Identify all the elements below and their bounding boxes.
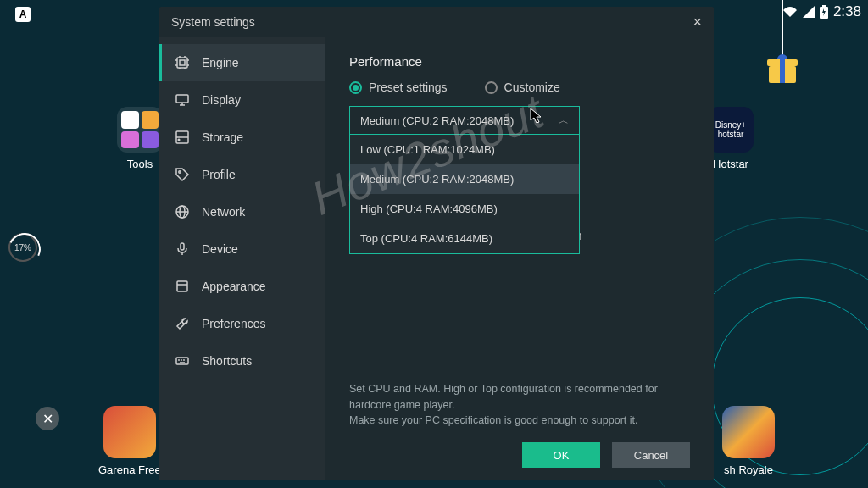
sidebar-item-preferences[interactable]: Preferences — [159, 305, 326, 342]
dialog-header: System settings × — [159, 7, 714, 37]
tag-icon — [175, 167, 190, 182]
drive-icon — [175, 130, 190, 145]
sidebar-item-device[interactable]: Device — [159, 230, 326, 268]
wrench-icon — [175, 316, 190, 331]
desktop-icon-label: Hotstar — [713, 158, 748, 170]
radio-label: Customize — [504, 80, 560, 94]
svg-point-17 — [178, 139, 180, 141]
cellular-icon — [803, 6, 815, 18]
radio-customize[interactable]: Customize — [485, 80, 560, 94]
wifi-icon — [782, 6, 798, 18]
section-title: Performance — [349, 54, 690, 69]
radio-preset-settings[interactable]: Preset settings — [349, 80, 448, 94]
sidebar-item-label: Shortcuts — [202, 354, 252, 368]
status-bar: 2:38 — [782, 3, 861, 20]
sidebar-item-label: Engine — [202, 56, 239, 69]
square-icon — [175, 279, 190, 294]
dropdown-selected-value: Medium (CPU:2 RAM:2048MB) — [360, 114, 514, 127]
sidebar-item-label: Network — [202, 205, 245, 219]
dropdown-option-high[interactable]: High (CPU:4 RAM:4096MB) — [350, 194, 579, 224]
sidebar-item-label: Profile — [202, 168, 236, 181]
hotstar-icon: Disney+hotstar — [708, 107, 754, 152]
sidebar-item-label: Storage — [202, 130, 243, 144]
sidebar-item-engine[interactable]: Engine — [159, 44, 326, 81]
app-logo-icon: A — [15, 7, 31, 22]
clock-text: 2:38 — [833, 3, 861, 20]
svg-point-18 — [179, 171, 181, 173]
sidebar-item-profile[interactable]: Profile — [159, 156, 326, 193]
cancel-button[interactable]: Cancel — [612, 442, 690, 468]
sidebar-item-storage[interactable]: Storage — [159, 119, 326, 156]
desktop-game-garena[interactable]: Garena Free — [98, 406, 161, 476]
sidebar-item-label: Display — [202, 93, 241, 107]
keyboard-icon — [175, 353, 190, 369]
monitor-icon — [175, 92, 190, 108]
sidebar-item-appearance[interactable]: Appearance — [159, 268, 326, 305]
dialog-close-button[interactable]: × — [693, 14, 702, 31]
radio-icon — [485, 81, 498, 94]
desktop-icon-label: Tools — [127, 158, 153, 170]
desktop-app-hotstar[interactable]: Disney+hotstar Hotstar — [708, 107, 754, 170]
svg-rect-24 — [177, 281, 187, 291]
svg-rect-26 — [176, 358, 188, 364]
desktop-icon-label: sh Royale — [724, 463, 773, 476]
dropdown-option-medium[interactable]: Medium (CPU:2 RAM:2048MB) — [350, 164, 579, 194]
desktop-icon-label: Garena Free — [98, 463, 161, 476]
dialog-title: System settings — [171, 15, 255, 29]
dropdown-option-top[interactable]: Top (CPU:4 RAM:6144MB) — [350, 224, 579, 253]
dropdown-option-low[interactable]: Low (CPU:1 RAM:1024MB) — [350, 135, 579, 164]
desktop-folder-tools[interactable]: Tools — [117, 107, 163, 170]
svg-rect-22 — [181, 243, 184, 250]
sidebar-item-display[interactable]: Display — [159, 81, 326, 119]
battery-icon — [820, 5, 828, 19]
sidebar-item-label: Device — [202, 242, 238, 256]
sidebar-item-network[interactable]: Network — [159, 193, 326, 230]
gift-icon[interactable] — [769, 66, 796, 90]
cpu-icon — [175, 55, 190, 70]
preset-dropdown: Medium (CPU:2 RAM:2048MB) ︿ Low (CPU:1 R… — [349, 106, 580, 135]
royale-icon — [722, 406, 775, 458]
sidebar-item-label: Preferences — [202, 317, 265, 330]
settings-content: Performance Preset settings Customize Me… — [326, 37, 714, 480]
close-icon: ✕ — [42, 411, 53, 427]
ok-button[interactable]: OK — [522, 442, 600, 468]
svg-rect-2 — [177, 58, 187, 68]
dropdown-list: Low (CPU:1 RAM:1024MB) Medium (CPU:2 RAM… — [349, 135, 580, 254]
settings-sidebar: Engine Display Storage Profile Network D… — [159, 37, 326, 480]
desktop-game-royale[interactable]: sh Royale — [722, 406, 775, 476]
globe-icon — [175, 204, 190, 219]
garena-icon — [103, 406, 156, 458]
progress-indicator[interactable]: 17% — [8, 233, 37, 262]
system-settings-dialog: System settings × Engine Display Storage… — [159, 7, 714, 480]
svg-rect-3 — [180, 60, 185, 65]
footer-help-text: Set CPU and RAM. High or Top configurati… — [349, 381, 690, 429]
radio-label: Preset settings — [369, 80, 448, 94]
cursor-icon — [530, 108, 543, 128]
mic-icon — [175, 241, 190, 257]
sidebar-item-shortcuts[interactable]: Shortcuts — [159, 342, 326, 380]
svg-rect-12 — [176, 95, 188, 103]
svg-rect-1 — [822, 5, 826, 7]
dropdown-select[interactable]: Medium (CPU:2 RAM:2048MB) ︿ — [349, 106, 580, 135]
chevron-up-icon: ︿ — [559, 114, 569, 128]
radio-icon — [349, 81, 362, 94]
close-banner-button[interactable]: ✕ — [36, 407, 59, 430]
sidebar-item-label: Appearance — [202, 280, 266, 293]
